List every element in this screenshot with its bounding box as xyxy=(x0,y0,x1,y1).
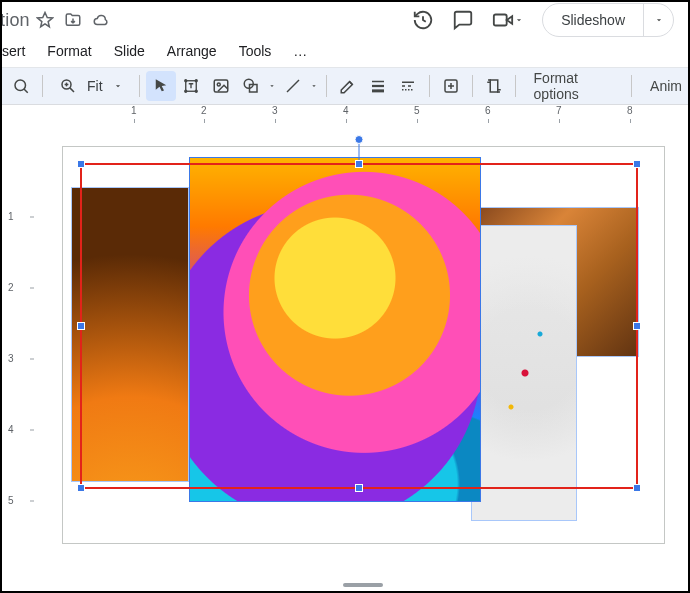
select-tool-icon[interactable] xyxy=(146,71,176,101)
ruler-v-tick: 1 xyxy=(8,211,14,222)
chevron-down-icon xyxy=(113,81,123,91)
resize-handle-tr[interactable] xyxy=(633,160,641,168)
shape-dropdown[interactable] xyxy=(266,82,278,90)
menu-tools[interactable]: Tools xyxy=(229,41,282,61)
border-weight-icon[interactable] xyxy=(363,71,393,101)
slideshow-label: Slideshow xyxy=(561,12,625,28)
textbox-tool-icon[interactable] xyxy=(176,71,206,101)
ruler-h-tick: 6 xyxy=(485,105,491,116)
slideshow-dropdown[interactable] xyxy=(643,4,673,36)
menu-more[interactable]: … xyxy=(283,41,317,61)
workspace: 1 2 3 4 5 6 7 8 1 2 3 4 5 xyxy=(0,105,690,593)
slideshow-button[interactable]: Slideshow xyxy=(543,4,643,36)
resize-handle-bm[interactable] xyxy=(355,484,363,492)
present-meet-icon[interactable] xyxy=(492,9,524,31)
ruler-h-tick: 2 xyxy=(201,105,207,116)
border-dash-icon[interactable] xyxy=(393,71,423,101)
zoom-value: Fit xyxy=(87,78,103,94)
toolbar: Fit xyxy=(0,67,690,105)
resize-handle-bl[interactable] xyxy=(77,484,85,492)
ruler-h-tick: 4 xyxy=(343,105,349,116)
line-tool-icon[interactable] xyxy=(278,71,308,101)
move-to-folder-icon[interactable] xyxy=(64,11,82,29)
svg-point-9 xyxy=(217,83,220,86)
zoom-dropdown[interactable]: Fit xyxy=(85,78,129,94)
ruler-v-tick: 5 xyxy=(8,495,14,506)
cloud-saved-icon[interactable] xyxy=(92,11,110,29)
format-options-button[interactable]: Format options xyxy=(524,71,624,101)
ruler-h-tick: 5 xyxy=(414,105,420,116)
resize-handle-ml[interactable] xyxy=(77,322,85,330)
mask-image-icon[interactable] xyxy=(479,71,509,101)
ruler-v-tick: 3 xyxy=(8,353,14,364)
ruler-vertical[interactable]: 1 2 3 4 5 xyxy=(0,123,36,593)
ruler-h-tick: 7 xyxy=(556,105,562,116)
speaker-notes-drag-handle[interactable] xyxy=(343,583,383,587)
menu-slide[interactable]: Slide xyxy=(104,41,155,61)
animate-button[interactable]: Anim xyxy=(640,71,684,101)
svg-rect-14 xyxy=(372,89,384,92)
svg-point-7 xyxy=(195,90,197,92)
ruler-h-tick: 1 xyxy=(131,105,137,116)
ruler-horizontal[interactable]: 1 2 3 4 5 6 7 8 xyxy=(36,105,690,123)
selection-outline[interactable] xyxy=(80,163,638,489)
search-menus-icon[interactable] xyxy=(6,71,36,101)
svg-point-4 xyxy=(184,80,186,82)
svg-point-5 xyxy=(195,80,197,82)
svg-rect-0 xyxy=(494,15,507,26)
comments-icon[interactable] xyxy=(452,9,474,31)
svg-rect-13 xyxy=(372,85,384,87)
menu-insert[interactable]: sert xyxy=(0,41,35,61)
ruler-v-tick: 4 xyxy=(8,424,14,435)
menu-arrange[interactable]: Arrange xyxy=(157,41,227,61)
shape-tool-icon[interactable] xyxy=(236,71,266,101)
resize-handle-tl[interactable] xyxy=(77,160,85,168)
border-color-icon[interactable] xyxy=(333,71,363,101)
menu-bar: sert Format Slide Arrange Tools … xyxy=(0,38,690,64)
svg-rect-12 xyxy=(372,81,384,83)
replace-image-icon[interactable] xyxy=(436,71,466,101)
resize-handle-mr[interactable] xyxy=(633,322,641,330)
rotation-handle[interactable] xyxy=(355,135,364,144)
ruler-h-tick: 3 xyxy=(272,105,278,116)
svg-point-6 xyxy=(184,90,186,92)
doc-title[interactable]: tion xyxy=(0,10,30,31)
resize-handle-tm[interactable] xyxy=(355,160,363,168)
line-dropdown[interactable] xyxy=(308,82,320,90)
version-history-icon[interactable] xyxy=(412,9,434,31)
ruler-v-tick: 2 xyxy=(8,282,14,293)
resize-handle-br[interactable] xyxy=(633,484,641,492)
svg-point-1 xyxy=(15,80,26,91)
zoom-icon[interactable] xyxy=(53,71,83,101)
slide-canvas[interactable] xyxy=(36,123,690,593)
menu-format[interactable]: Format xyxy=(37,41,101,61)
titlebar: tion Slideshow xyxy=(0,4,690,36)
slideshow-split-button: Slideshow xyxy=(542,3,674,37)
star-icon[interactable] xyxy=(36,11,54,29)
ruler-h-tick: 8 xyxy=(627,105,633,116)
image-tool-icon[interactable] xyxy=(206,71,236,101)
